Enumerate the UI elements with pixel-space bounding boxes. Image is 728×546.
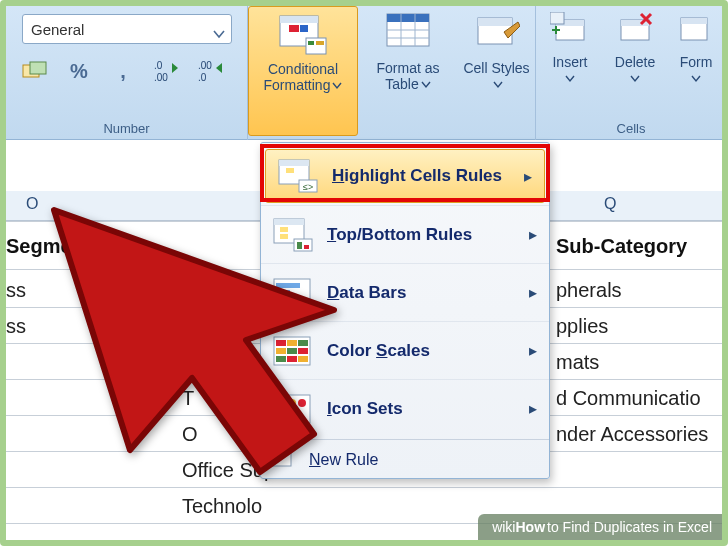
cell[interactable]: T xyxy=(182,387,194,410)
format-label[interactable]: Form xyxy=(680,54,713,86)
menu-icon-sets[interactable]: Icon Sets ▸ xyxy=(261,379,549,437)
format-as-table-label[interactable]: Format as Table xyxy=(358,60,458,92)
svg-rect-11 xyxy=(308,41,314,45)
cell[interactable]: ss xyxy=(6,315,26,338)
col-header-o[interactable]: O xyxy=(26,195,38,213)
watermark: wikiHow to Find Duplicates in Excel xyxy=(478,514,722,540)
submenu-arrow-icon: ▸ xyxy=(529,399,537,418)
svg-rect-38 xyxy=(297,242,302,249)
svg-rect-23 xyxy=(550,12,564,24)
menu-top-bottom-rules[interactable]: Top/Bottom Rules ▸ xyxy=(261,205,549,263)
svg-rect-48 xyxy=(276,348,286,354)
menu-label: Color Scales xyxy=(327,341,430,361)
svg-rect-12 xyxy=(316,41,324,45)
cell[interactable]: pplies xyxy=(556,315,608,338)
conditional-formatting-label: Conditional Formatting xyxy=(249,61,357,93)
svg-rect-47 xyxy=(298,340,308,346)
group-label-number: Number xyxy=(6,121,247,136)
svg-rect-27 xyxy=(681,18,707,24)
svg-rect-42 xyxy=(276,290,290,295)
svg-point-55 xyxy=(278,399,286,407)
svg-rect-39 xyxy=(304,245,309,249)
submenu-arrow-icon: ▸ xyxy=(529,341,537,360)
cell[interactable]: mats xyxy=(556,351,599,374)
ribbon-group-cells: Insert Delete Form Cells xyxy=(536,6,726,140)
data-bars-icon xyxy=(271,273,315,313)
menu-label: Data Bars xyxy=(327,283,406,303)
group-label-cells: Cells xyxy=(536,121,726,136)
submenu-arrow-icon: ▸ xyxy=(529,225,537,244)
number-format-combo[interactable]: General xyxy=(22,14,232,44)
svg-text:.00: .00 xyxy=(154,72,168,83)
svg-rect-46 xyxy=(287,340,297,346)
svg-text:.0: .0 xyxy=(154,60,163,71)
cell[interactable]: nder Accessories xyxy=(556,423,708,446)
comma-button[interactable]: , xyxy=(108,56,138,86)
cell[interactable]: Technolo xyxy=(182,495,262,518)
delete-label[interactable]: Delete xyxy=(615,54,655,86)
cell[interactable]: d Communicatio xyxy=(556,387,701,410)
svg-rect-50 xyxy=(298,348,308,354)
svg-rect-1 xyxy=(30,62,46,74)
watermark-brand: wiki xyxy=(492,519,515,535)
svg-point-57 xyxy=(298,399,306,407)
svg-rect-59 xyxy=(273,452,291,466)
ribbon-cell-styles: Cell Styles xyxy=(458,6,536,140)
submenu-arrow-icon: ▸ xyxy=(529,283,537,302)
svg-text:.00: .00 xyxy=(198,60,212,71)
conditional-formatting-menu: ≤> Highlight Cells Rules ▸ Top/Bottom Ru… xyxy=(260,142,550,479)
cell-styles-icon[interactable] xyxy=(474,12,520,56)
cell-styles-label[interactable]: Cell Styles xyxy=(458,60,535,92)
conditional-formatting-icon xyxy=(277,13,329,57)
increase-decimal-button[interactable]: .0.00 xyxy=(152,56,182,86)
svg-rect-20 xyxy=(478,18,512,26)
svg-rect-53 xyxy=(298,356,308,362)
svg-rect-52 xyxy=(287,356,297,362)
format-icon[interactable] xyxy=(679,12,713,50)
svg-rect-49 xyxy=(287,348,297,354)
icon-sets-icon xyxy=(271,389,315,429)
menu-data-bars[interactable]: Data Bars ▸ xyxy=(261,263,549,321)
menu-label: Top/Bottom Rules xyxy=(327,225,472,245)
menu-label: New Rule xyxy=(309,451,378,469)
cell[interactable]: pherals xyxy=(556,279,622,302)
cell[interactable]: ss xyxy=(6,279,26,302)
svg-rect-36 xyxy=(280,234,288,239)
svg-text:.0: .0 xyxy=(198,72,207,83)
col-header-q[interactable]: Q xyxy=(604,195,616,213)
header-segment: Segment xyxy=(6,235,90,258)
svg-rect-14 xyxy=(387,14,429,22)
ribbon-format-as-table: Format as Table xyxy=(358,6,458,140)
svg-rect-10 xyxy=(306,38,326,54)
chevron-down-icon xyxy=(213,25,225,42)
insert-label[interactable]: Insert xyxy=(552,54,587,86)
accounting-format-button[interactable] xyxy=(20,56,50,86)
decrease-decimal-button[interactable]: .00.0 xyxy=(196,56,226,86)
delete-icon[interactable] xyxy=(615,12,655,50)
cell[interactable]: O xyxy=(182,423,198,446)
watermark-text: to Find Duplicates in Excel xyxy=(547,519,712,535)
svg-point-56 xyxy=(288,399,296,407)
color-scales-icon xyxy=(271,331,315,371)
ribbon-group-styles: Conditional Formatting xyxy=(248,6,358,140)
menu-label: Highlight Cells Rules xyxy=(332,166,502,186)
header-subcategory: Sub-Category xyxy=(556,235,687,258)
format-as-table-icon[interactable] xyxy=(385,12,431,56)
svg-rect-51 xyxy=(276,356,286,362)
svg-rect-41 xyxy=(276,283,300,288)
ribbon: General % , .0.00 .00.0 Number xyxy=(6,6,722,140)
top-bottom-icon xyxy=(271,215,315,255)
svg-rect-43 xyxy=(276,297,306,302)
menu-label: Icon Sets xyxy=(327,399,403,419)
new-rule-icon xyxy=(271,448,299,472)
chevron-down-icon xyxy=(332,77,342,93)
svg-rect-37 xyxy=(294,239,312,251)
menu-color-scales[interactable]: Color Scales ▸ xyxy=(261,321,549,379)
insert-icon[interactable] xyxy=(550,12,590,50)
svg-rect-29 xyxy=(279,160,309,166)
menu-new-rule[interactable]: New Rule xyxy=(261,442,549,474)
percent-button[interactable]: % xyxy=(64,56,94,86)
conditional-formatting-button[interactable]: Conditional Formatting xyxy=(248,6,358,136)
menu-highlight-cells-rules[interactable]: ≤> Highlight Cells Rules ▸ xyxy=(265,149,545,203)
svg-rect-35 xyxy=(280,227,288,232)
